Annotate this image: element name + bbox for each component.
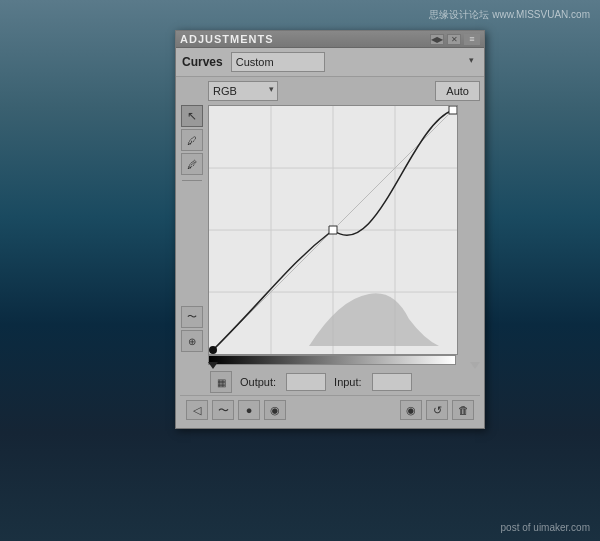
channel-row: RGB Red Green Blue ▾ Auto xyxy=(208,81,480,101)
input-value-input[interactable] xyxy=(372,373,412,391)
white-point-slider[interactable] xyxy=(470,362,480,369)
trash-button[interactable]: 🗑 xyxy=(452,400,474,420)
back-button[interactable]: ◁ xyxy=(186,400,208,420)
curve-graph-container[interactable] xyxy=(208,105,456,353)
panel-close-button[interactable]: ✕ xyxy=(447,34,461,45)
panel-titlebar: ADJUSTMENTS ◀▶ ✕ ≡ xyxy=(176,31,484,48)
channel-select[interactable]: RGB Red Green Blue xyxy=(208,81,278,101)
bottom-toolbar: ◁ 〜 ● ◉ ◉ ↺ 🗑 xyxy=(180,395,480,424)
tools-column: ↖ 🖊 🖉 〜 ⊕ xyxy=(180,81,204,395)
panel-title: ADJUSTMENTS xyxy=(180,33,274,45)
tool-separator xyxy=(182,180,202,181)
curves-header: Curves Custom Default Strong Contrast Li… xyxy=(176,48,484,77)
black-point-slider[interactable] xyxy=(208,362,218,369)
refresh-button[interactable]: ↺ xyxy=(426,400,448,420)
preset-arrow-icon: ▾ xyxy=(469,55,474,65)
curve-mode-button[interactable]: 〜 xyxy=(181,306,203,328)
toolbar-right: ◉ ↺ 🗑 xyxy=(400,400,474,420)
target-icon: ⊕ xyxy=(188,336,196,347)
output-input-row: ▦ Output: Input: xyxy=(208,367,480,395)
eyedrop-button[interactable]: ◉ xyxy=(400,400,422,420)
curves-label: Curves xyxy=(182,55,223,69)
eye-button[interactable]: ◉ xyxy=(264,400,286,420)
target-tool-button[interactable]: ⊕ xyxy=(181,330,203,352)
curves-preset-select[interactable]: Custom Default Strong Contrast Linear Co… xyxy=(231,52,325,72)
curve-options-icon[interactable]: ▦ xyxy=(210,371,232,393)
curve-area-row: ↖ 🖊 🖉 〜 ⊕ xyxy=(180,81,480,395)
curves-preset-wrapper: Custom Default Strong Contrast Linear Co… xyxy=(231,52,478,72)
eyedropper2-tool-button[interactable]: 🖉 xyxy=(181,153,203,175)
toolbar-left: ◁ 〜 ● ◉ xyxy=(186,400,286,420)
curve-right-section: RGB Red Green Blue ▾ Auto xyxy=(208,81,480,395)
gradient-bar-container xyxy=(208,355,480,367)
curve-icon: 〜 xyxy=(187,310,197,324)
pointer-icon: ↖ xyxy=(187,109,197,123)
channel-select-wrapper: RGB Red Green Blue ▾ xyxy=(208,81,278,101)
pointer-tool-button[interactable]: ↖ xyxy=(181,105,203,127)
eyedropper2-icon: 🖉 xyxy=(187,159,197,170)
output-value-input[interactable] xyxy=(286,373,326,391)
eyedropper1-icon: 🖊 xyxy=(187,135,197,146)
eyedropper1-tool-button[interactable]: 🖊 xyxy=(181,129,203,151)
gradient-bar xyxy=(208,355,456,365)
watermark-top: 思缘设计论坛 www.MISSVUAN.com xyxy=(429,8,590,22)
curve-list-button[interactable]: 〜 xyxy=(212,400,234,420)
panel-collapse-button[interactable]: ◀▶ xyxy=(430,34,444,45)
panel-title-controls: ◀▶ ✕ ≡ xyxy=(430,34,480,45)
panel-menu-button[interactable]: ≡ xyxy=(464,34,480,45)
circle-button[interactable]: ● xyxy=(238,400,260,420)
panel-content: ↖ 🖊 🖉 〜 ⊕ xyxy=(176,77,484,428)
watermark-bottom: post of uimaker.com xyxy=(501,522,590,533)
auto-button[interactable]: Auto xyxy=(435,81,480,101)
adjustments-panel: ADJUSTMENTS ◀▶ ✕ ≡ Curves Custom Default… xyxy=(175,30,485,429)
curve-canvas[interactable] xyxy=(208,105,458,355)
output-label: Output: xyxy=(240,376,276,388)
input-label: Input: xyxy=(334,376,362,388)
